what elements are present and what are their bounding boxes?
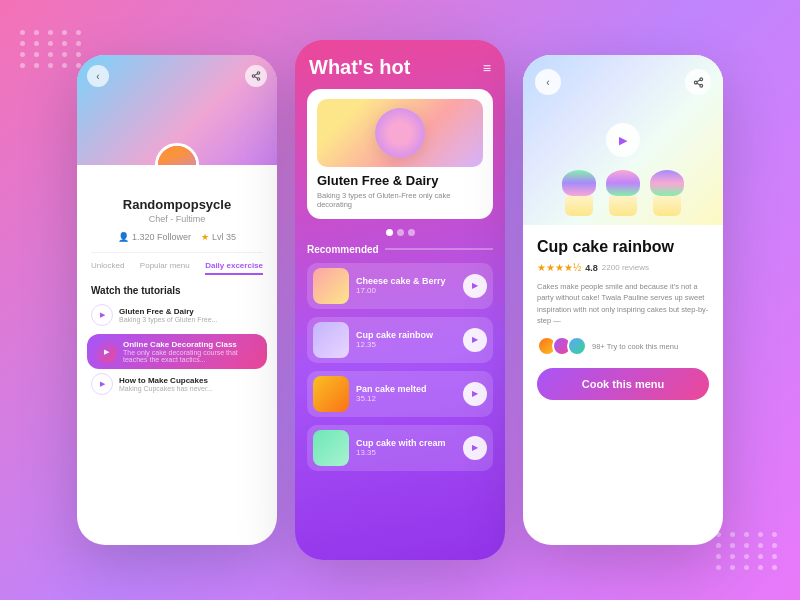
rec-play-1[interactable]: ▶	[463, 274, 487, 298]
dot-2[interactable]	[397, 229, 404, 236]
cupcake-2	[604, 170, 642, 225]
featured-item[interactable]: Gluten Free & Dairy Baking 3 types of Gl…	[307, 89, 493, 219]
dot-3[interactable]	[408, 229, 415, 236]
carousel-dots	[295, 229, 505, 236]
share-button[interactable]	[245, 65, 267, 87]
whats-hot-header: What's hot ≡	[295, 40, 505, 89]
tutorial-item-featured[interactable]: ▶ Online Cake Decorating Class The only …	[87, 334, 267, 369]
cupcake-top-3	[650, 170, 684, 196]
user-avatar-group	[537, 336, 587, 356]
recommended-label: Recommended	[307, 244, 493, 255]
cupcake-3	[648, 170, 686, 225]
try-users: 98+ Try to cook this menu	[537, 336, 709, 356]
rec-play-3[interactable]: ▶	[463, 382, 487, 406]
svg-line-8	[696, 83, 699, 85]
svg-point-2	[257, 78, 260, 81]
svg-line-4	[255, 74, 258, 76]
detail-body: Cup cake rainbow ★★★★½ 4.8 2200 reviews …	[523, 225, 723, 414]
cupcake-base-2	[609, 196, 637, 216]
detail-rating: ★★★★½ 4.8 2200 reviews	[537, 262, 709, 273]
cupcake-top-2	[606, 170, 640, 196]
cupcake-1	[560, 170, 598, 225]
tutorial-title: Gluten Free & Dairy	[119, 307, 217, 316]
profile-tabs[interactable]: Unlocked Popular menu Daily excercise	[91, 252, 263, 275]
detail-image: ‹ ▶	[523, 55, 723, 225]
cupcake-base-1	[565, 196, 593, 216]
rec-name-3: Pan cake melted	[356, 384, 456, 394]
rec-image-4	[313, 430, 349, 466]
decorative-dots-bottom-right	[716, 532, 780, 570]
cook-this-menu-button[interactable]: Cook this menu	[537, 368, 709, 400]
rec-info-3: Pan cake melted 35.12	[356, 384, 456, 403]
featured-image	[317, 99, 483, 167]
tutorial-subtitle: Baking 3 types of Gluten Free...	[119, 316, 217, 323]
user-avatar-3	[567, 336, 587, 356]
cupcake-base-3	[653, 196, 681, 216]
svg-point-5	[699, 77, 702, 80]
rec-price-4: 13.35	[356, 448, 456, 457]
rec-price-3: 35.12	[356, 394, 456, 403]
play-button-active[interactable]: ▶	[95, 341, 117, 363]
rating-number: 4.8	[585, 263, 598, 273]
stars: ★★★★½	[537, 262, 581, 273]
rec-info-2: Cup cake rainbow 12.35	[356, 330, 456, 349]
svg-point-6	[694, 81, 697, 84]
level-badge: Lvl 35	[212, 232, 236, 242]
back-button-detail[interactable]: ‹	[535, 69, 561, 95]
svg-point-1	[252, 75, 255, 78]
cupcake-decoration	[560, 170, 686, 225]
whats-hot-card: What's hot ≡ Gluten Free & Dairy Baking …	[295, 40, 505, 560]
play-button[interactable]: ▶	[91, 304, 113, 326]
tutorial-text-featured: Online Cake Decorating Class The only ca…	[123, 340, 259, 363]
play-overlay[interactable]: ▶	[606, 123, 640, 157]
rec-play-4[interactable]: ▶	[463, 436, 487, 460]
recommended-section: Recommended Cheese cake & Berry 17.00 ▶ …	[295, 244, 505, 471]
profile-stats: 👤 1.320 Follower ★ Lvl 35	[91, 232, 263, 242]
featured-subtitle: Baking 3 types of Gluten-Free only cake …	[317, 191, 483, 209]
food-decoration	[375, 108, 425, 158]
profile-card: ‹ Randompopsycle Chef - Fultime 👤 1.320 …	[77, 55, 277, 545]
person-icon: 👤	[118, 232, 129, 242]
detail-nav: ‹	[523, 69, 723, 95]
tutorial-item[interactable]: ▶ Gluten Free & Dairy Baking 3 types of …	[91, 304, 263, 326]
star-icon: ★	[201, 232, 209, 242]
tutorial-item-last[interactable]: ▶ How to Make Cupcakes Making Cupcakes h…	[91, 373, 263, 395]
back-button[interactable]: ‹	[87, 65, 109, 87]
rec-name-2: Cup cake rainbow	[356, 330, 456, 340]
rec-item-1[interactable]: Cheese cake & Berry 17.00 ▶	[307, 263, 493, 309]
detail-title: Cup cake rainbow	[537, 237, 709, 256]
svg-line-3	[255, 77, 258, 79]
tab-daily-exercise[interactable]: Daily excercise	[205, 261, 263, 275]
rec-name-1: Cheese cake & Berry	[356, 276, 456, 286]
svg-line-9	[696, 79, 699, 81]
tutorial-subtitle-last: Making Cupcakes has never...	[119, 385, 213, 392]
whats-hot-title: What's hot	[309, 56, 410, 79]
tab-unlocked[interactable]: Unlocked	[91, 261, 124, 275]
share-button-detail[interactable]	[685, 69, 711, 95]
rec-info-4: Cup cake with cream 13.35	[356, 438, 456, 457]
cupcake-top-1	[562, 170, 596, 196]
rec-item-3[interactable]: Pan cake melted 35.12 ▶	[307, 371, 493, 417]
follower-count: 1.320 Follower	[132, 232, 191, 242]
svg-point-0	[257, 72, 260, 75]
rec-play-2[interactable]: ▶	[463, 328, 487, 352]
profile-role: Chef - Fultime	[91, 214, 263, 224]
rec-price-1: 17.00	[356, 286, 456, 295]
rec-price-2: 12.35	[356, 340, 456, 349]
dot-1[interactable]	[386, 229, 393, 236]
try-count-label: 98+ Try to cook this menu	[592, 342, 678, 351]
rec-info-1: Cheese cake & Berry 17.00	[356, 276, 456, 295]
detail-description: Cakes make people smile and because it's…	[537, 281, 709, 326]
featured-title: Gluten Free & Dairy	[317, 173, 483, 189]
tutorial-title-featured: Online Cake Decorating Class	[123, 340, 259, 349]
rec-item-2[interactable]: Cup cake rainbow 12.35 ▶	[307, 317, 493, 363]
tutorial-title-last: How to Make Cupcakes	[119, 376, 213, 385]
rec-item-4[interactable]: Cup cake with cream 13.35 ▶	[307, 425, 493, 471]
tab-popular-menu[interactable]: Popular menu	[140, 261, 190, 275]
menu-button[interactable]: ≡	[483, 60, 491, 76]
profile-name: Randompopsycle	[91, 197, 263, 212]
play-button-last[interactable]: ▶	[91, 373, 113, 395]
review-count: 2200 reviews	[602, 263, 649, 272]
decorative-dots-top-left	[20, 30, 84, 68]
rec-image-1	[313, 268, 349, 304]
